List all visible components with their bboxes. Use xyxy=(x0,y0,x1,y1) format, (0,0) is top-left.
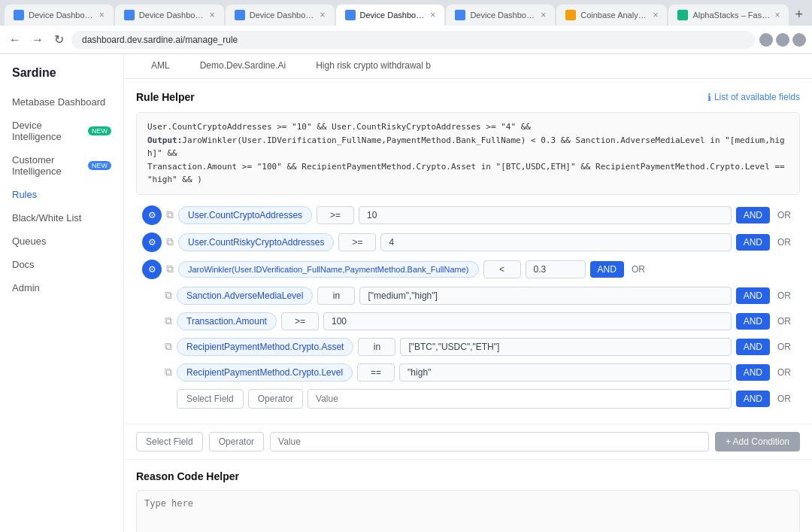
operator-btn-inline[interactable]: Operator xyxy=(248,389,303,409)
and-btn-new[interactable]: AND xyxy=(736,391,770,407)
back-button[interactable]: ← xyxy=(6,32,24,48)
sidebar-item-metabase[interactable]: Metabase Dashboard xyxy=(0,90,123,114)
tab-close-7[interactable]: × xyxy=(774,10,780,20)
or-btn-5[interactable]: OR xyxy=(774,313,794,330)
forward-button[interactable]: → xyxy=(29,32,47,48)
or-btn-4[interactable]: OR xyxy=(774,287,794,304)
field-7[interactable]: RecipientPaymentMethod.Crypto.Level xyxy=(177,363,353,382)
op-3[interactable]: < xyxy=(483,260,521,278)
or-btn-3[interactable]: OR xyxy=(629,261,648,278)
val-3[interactable] xyxy=(526,260,586,278)
tab-6[interactable]: Coinbase Analytics × xyxy=(556,5,667,26)
list-available-fields-link[interactable]: ℹ List of available fields xyxy=(707,92,800,103)
add-condition-btn[interactable]: + Add Condition xyxy=(715,432,800,451)
tab-3[interactable]: Device Dashboard × xyxy=(226,5,335,26)
add-condition-row: Select Field Operator + Add Condition xyxy=(124,424,812,459)
reload-button[interactable]: ↻ xyxy=(51,31,67,48)
and-btn-7[interactable]: AND xyxy=(736,364,770,381)
sidebar-item-admin[interactable]: Admin xyxy=(0,276,123,299)
settings-icon-2[interactable]: ⚙ xyxy=(142,233,162,252)
copy-icon-6[interactable]: ⧉ xyxy=(165,340,172,353)
tab-close-2[interactable]: × xyxy=(210,10,215,20)
val-6[interactable] xyxy=(400,338,731,356)
or-btn-2[interactable]: OR xyxy=(774,234,794,251)
section-header: Rule Helper ℹ List of available fields xyxy=(136,91,800,103)
tab-close-5[interactable]: × xyxy=(541,10,546,20)
sidebar-item-queues[interactable]: Queues xyxy=(0,230,123,253)
rule-tabs: AML Demo.Dev.Sardine.Ai High risk crypto… xyxy=(124,54,812,79)
value-input-inline[interactable] xyxy=(308,389,732,409)
and-btn-6[interactable]: AND xyxy=(736,339,770,355)
sidebar-label-admin: Admin xyxy=(12,282,40,293)
condition-row-2: ⚙ ⧉ User.CountRiskyCryptoAddresses >= AN… xyxy=(142,233,794,252)
op-6[interactable]: in xyxy=(358,338,395,356)
reason-code-textarea[interactable] xyxy=(136,490,800,532)
sidebar-item-rules[interactable]: Rules xyxy=(0,183,123,206)
sidebar-item-blackwhite[interactable]: Black/White List xyxy=(0,206,123,230)
select-field-btn-bottom[interactable]: Select Field xyxy=(136,432,203,451)
tab-label-1: Device Dashboard xyxy=(29,11,95,20)
field-5[interactable]: Transaction.Amount xyxy=(177,312,277,330)
val-5[interactable] xyxy=(323,312,732,330)
tab-demo[interactable]: Demo.Dev.Sardine.Ai xyxy=(185,54,301,78)
or-btn-1[interactable]: OR xyxy=(774,207,794,223)
field-4[interactable]: Sanction.AdverseMediaLevel xyxy=(177,287,313,305)
tab-5[interactable]: Device Dashboard × xyxy=(446,5,555,26)
val-2[interactable] xyxy=(380,233,731,251)
tab-close-3[interactable]: × xyxy=(320,10,326,20)
or-btn-7[interactable]: OR xyxy=(774,364,794,381)
value-input-bottom[interactable] xyxy=(270,432,709,451)
op-1[interactable]: >= xyxy=(317,206,354,224)
tab-close-4[interactable]: × xyxy=(430,10,435,20)
copy-icon-5[interactable]: ⧉ xyxy=(165,315,172,327)
and-btn-1[interactable]: AND xyxy=(736,207,770,223)
toolbar-icon-1 xyxy=(759,33,773,47)
operator-btn-bottom[interactable]: Operator xyxy=(209,432,264,451)
and-btn-5[interactable]: AND xyxy=(736,313,770,330)
val-1[interactable] xyxy=(359,206,732,224)
op-5[interactable]: >= xyxy=(281,312,319,330)
tab-2[interactable]: Device Dashboard × xyxy=(115,5,224,26)
tab-aml[interactable]: AML xyxy=(136,54,185,78)
sidebar-label-customer: Customer Intelligence xyxy=(12,154,79,177)
settings-icon-1[interactable]: ⚙ xyxy=(142,205,162,225)
tab-1[interactable]: Device Dashboard × xyxy=(5,5,114,26)
new-tab-button[interactable]: + xyxy=(790,7,807,23)
and-btn-3[interactable]: AND xyxy=(590,261,624,278)
sidebar-label-queues: Queues xyxy=(12,236,47,247)
or-btn-6[interactable]: OR xyxy=(774,339,794,355)
copy-icon-1[interactable]: ⧉ xyxy=(166,208,174,221)
copy-icon-2[interactable]: ⧉ xyxy=(166,236,174,248)
sidebar-badge-customer: NEW xyxy=(88,161,111,170)
and-btn-4[interactable]: AND xyxy=(736,287,770,304)
field-2[interactable]: User.CountRiskyCryptoAddresses xyxy=(178,233,334,251)
sidebar-item-docs[interactable]: Docs xyxy=(0,253,123,276)
sidebar-item-device[interactable]: Device Intelligence NEW xyxy=(0,114,123,148)
copy-icon-7[interactable]: ⧉ xyxy=(165,366,172,378)
tab-4[interactable]: Device Dashboard × xyxy=(336,5,445,26)
copy-icon-4[interactable]: ⧉ xyxy=(165,289,172,302)
tab-7[interactable]: AlphaStacks – Fastest A… × xyxy=(668,5,789,26)
address-bar[interactable] xyxy=(71,31,755,49)
field-3[interactable]: JaroWinkler(User.IDVerification_FullName… xyxy=(178,261,479,278)
or-btn-new[interactable]: OR xyxy=(774,391,794,407)
tab-highrisk[interactable]: High risk crypto withdrawal b xyxy=(301,54,446,78)
and-btn-2[interactable]: AND xyxy=(736,234,770,251)
op-7[interactable]: == xyxy=(357,363,395,382)
val-7[interactable] xyxy=(399,363,732,382)
op-4[interactable]: in xyxy=(317,287,355,305)
field-6[interactable]: RecipientPaymentMethod.Crypto.Asset xyxy=(177,338,353,356)
field-1[interactable]: User.CountCryptoAddresses xyxy=(178,206,312,224)
tab-close-6[interactable]: × xyxy=(653,10,658,20)
condition-row-4: ⧉ Sanction.AdverseMediaLevel in AND OR xyxy=(142,287,794,305)
tab-favicon-5 xyxy=(455,10,465,20)
copy-icon-3[interactable]: ⧉ xyxy=(166,263,174,275)
op-2[interactable]: >= xyxy=(338,233,376,251)
tab-favicon-6 xyxy=(565,10,576,20)
tab-label-4: Device Dashboard xyxy=(360,11,426,20)
tab-close-1[interactable]: × xyxy=(99,10,105,20)
select-field-btn-inline[interactable]: Select Field xyxy=(177,389,244,409)
settings-icon-3[interactable]: ⚙ xyxy=(142,260,162,279)
val-4[interactable] xyxy=(359,287,731,305)
sidebar-item-customer[interactable]: Customer Intelligence NEW xyxy=(0,148,123,183)
